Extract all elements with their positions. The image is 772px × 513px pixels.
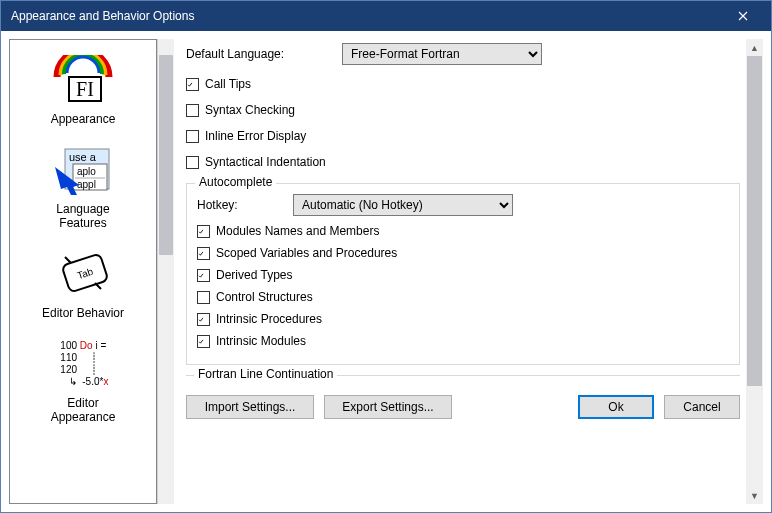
default-language-label: Default Language: bbox=[186, 47, 334, 61]
titlebar: Appearance and Behavior Options bbox=[1, 1, 771, 31]
appearance-icon: FI bbox=[47, 52, 119, 108]
main-scrollbar[interactable]: ▲ ▼ bbox=[746, 39, 763, 504]
group-legend: Fortran Line Continuation bbox=[194, 367, 337, 381]
settings-panel: Default Language: Free-Format Fortran Ca… bbox=[178, 39, 746, 504]
sidebar-item-label: Editor Appearance bbox=[10, 396, 156, 424]
scroll-down-icon[interactable]: ▼ bbox=[746, 487, 763, 504]
checkbox-label: Control Structures bbox=[216, 290, 313, 304]
default-language-select[interactable]: Free-Format Fortran bbox=[342, 43, 542, 65]
syntactical-indent-checkbox[interactable]: Syntactical Indentation bbox=[186, 155, 740, 169]
ac-modules-checkbox[interactable]: Modules Names and Members bbox=[197, 224, 729, 238]
checkbox-icon bbox=[197, 269, 210, 282]
ac-control-structures-checkbox[interactable]: Control Structures bbox=[197, 290, 729, 304]
inline-error-checkbox[interactable]: Inline Error Display bbox=[186, 129, 740, 143]
sidebar-item-appearance[interactable]: FI Appearance bbox=[10, 46, 156, 136]
svg-text:FI: FI bbox=[76, 78, 94, 100]
checkbox-icon bbox=[197, 291, 210, 304]
window-title: Appearance and Behavior Options bbox=[11, 9, 723, 23]
checkbox-icon bbox=[197, 247, 210, 260]
checkbox-label: Modules Names and Members bbox=[216, 224, 379, 238]
import-settings-button[interactable]: Import Settings... bbox=[186, 395, 314, 419]
sidebar-item-label: Editor Behavior bbox=[10, 306, 156, 320]
dialog-window: Appearance and Behavior Options FI bbox=[0, 0, 772, 513]
cancel-button[interactable]: Cancel bbox=[664, 395, 740, 419]
call-tips-checkbox[interactable]: Call Tips bbox=[186, 77, 740, 91]
sidebar-container: FI Appearance use a aplo appl bbox=[9, 39, 174, 504]
sidebar-item-label: Appearance bbox=[10, 112, 156, 126]
main-container: Default Language: Free-Format Fortran Ca… bbox=[178, 39, 763, 504]
checkbox-icon bbox=[186, 104, 199, 117]
fortran-line-continuation-group: Fortran Line Continuation bbox=[186, 375, 740, 389]
dialog-content: FI Appearance use a aplo appl bbox=[1, 31, 771, 512]
editor-appearance-icon: 100 Do i = 110 ┊ 120 ┊ ↳ -5.0*x bbox=[47, 336, 119, 392]
export-settings-button[interactable]: Export Settings... bbox=[324, 395, 452, 419]
syntax-checking-checkbox[interactable]: Syntax Checking bbox=[186, 103, 740, 117]
scroll-up-icon[interactable]: ▲ bbox=[746, 39, 763, 56]
close-button[interactable] bbox=[723, 1, 763, 31]
language-features-icon: use a aplo appl bbox=[47, 142, 119, 198]
hotkey-label: Hotkey: bbox=[197, 198, 285, 212]
checkbox-label: Intrinsic Modules bbox=[216, 334, 306, 348]
checkbox-label: Scoped Variables and Procedures bbox=[216, 246, 397, 260]
checkbox-label: Intrinsic Procedures bbox=[216, 312, 322, 326]
sidebar-item-language-features[interactable]: use a aplo appl Language Features bbox=[10, 136, 156, 240]
sidebar-item-label: Language Features bbox=[10, 202, 156, 230]
svg-text:appl: appl bbox=[77, 179, 96, 190]
ac-scoped-checkbox[interactable]: Scoped Variables and Procedures bbox=[197, 246, 729, 260]
sidebar-scrollbar[interactable] bbox=[157, 39, 174, 504]
dialog-button-row: Import Settings... Export Settings... Ok… bbox=[186, 389, 740, 421]
checkbox-label: Call Tips bbox=[205, 77, 251, 91]
ok-button[interactable]: Ok bbox=[578, 395, 654, 419]
checkbox-label: Inline Error Display bbox=[205, 129, 306, 143]
sidebar-item-editor-appearance[interactable]: 100 Do i = 110 ┊ 120 ┊ ↳ -5.0*x Editor A… bbox=[10, 330, 156, 434]
category-sidebar[interactable]: FI Appearance use a aplo appl bbox=[9, 39, 157, 504]
group-legend: Autocomplete bbox=[195, 175, 276, 189]
checkbox-icon bbox=[186, 130, 199, 143]
svg-text:use a: use a bbox=[69, 151, 97, 163]
checkbox-icon bbox=[186, 78, 199, 91]
close-icon bbox=[738, 11, 748, 21]
ac-derived-types-checkbox[interactable]: Derived Types bbox=[197, 268, 729, 282]
scrollbar-thumb[interactable] bbox=[159, 55, 173, 255]
checkbox-label: Derived Types bbox=[216, 268, 292, 282]
checkbox-icon bbox=[197, 225, 210, 238]
checkbox-icon bbox=[186, 156, 199, 169]
checkbox-icon bbox=[197, 335, 210, 348]
autocomplete-group: Autocomplete Hotkey: Automatic (No Hotke… bbox=[186, 183, 740, 365]
hotkey-select[interactable]: Automatic (No Hotkey) bbox=[293, 194, 513, 216]
checkbox-label: Syntax Checking bbox=[205, 103, 295, 117]
checkbox-label: Syntactical Indentation bbox=[205, 155, 326, 169]
sidebar-item-editor-behavior[interactable]: Tab Editor Behavior bbox=[10, 240, 156, 330]
svg-text:aplo: aplo bbox=[77, 166, 96, 177]
scrollbar-thumb[interactable] bbox=[747, 56, 762, 386]
ac-intrinsic-procedures-checkbox[interactable]: Intrinsic Procedures bbox=[197, 312, 729, 326]
ac-intrinsic-modules-checkbox[interactable]: Intrinsic Modules bbox=[197, 334, 729, 348]
checkbox-icon bbox=[197, 313, 210, 326]
editor-behavior-icon: Tab bbox=[47, 246, 119, 302]
